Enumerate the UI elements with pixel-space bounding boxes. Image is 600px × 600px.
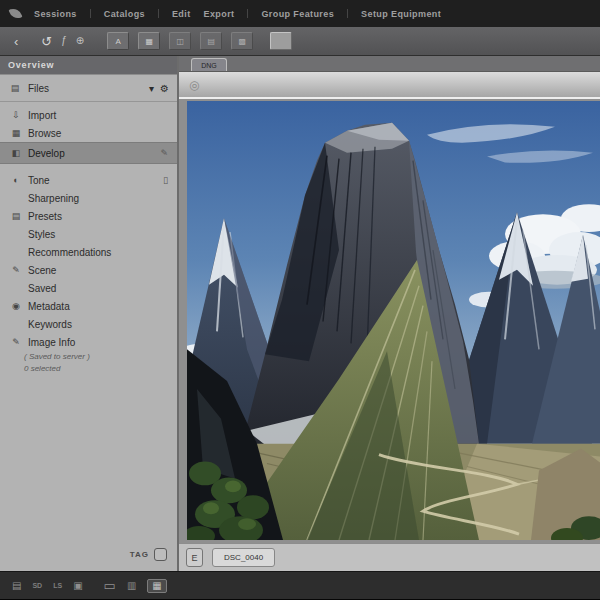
sidebar-item-keywords[interactable]: Keywords	[0, 315, 177, 333]
document-tab[interactable]: DNG	[191, 58, 227, 71]
sidebar-item-label: Import	[28, 110, 56, 121]
sidebar-item-label: Scene	[28, 265, 56, 276]
tone-icon: ◐	[9, 175, 23, 185]
proof-icon[interactable]: E	[186, 548, 203, 567]
exposure-tool-icon[interactable]: ƒ	[61, 36, 67, 46]
clipboard-icon[interactable]: ▯	[163, 175, 177, 185]
filmstrip-icon[interactable]: ▤	[12, 581, 21, 591]
crop-tool-icon[interactable]: ⊕	[76, 36, 84, 46]
menu-catalogs[interactable]: Catalogs	[104, 9, 145, 19]
sidebar-item-saved[interactable]: Saved	[0, 279, 177, 297]
sidebar-item-sharpening[interactable]: Sharpening	[0, 189, 177, 207]
sidebar-item-scene[interactable]: ✎ Scene	[0, 261, 177, 279]
document-tab-strip: DNG	[179, 56, 600, 72]
lens-icon[interactable]: ◎	[189, 78, 199, 92]
grid-toggle-icon[interactable]: ▦	[147, 579, 166, 593]
presets-icon: ▤	[9, 211, 23, 221]
gear-icon[interactable]: ⚙	[160, 83, 169, 94]
sidebar: Overview ▤ Files ▾ ⚙ ⇩ Import ▦ Browse	[0, 56, 179, 571]
menu-bar: Sessions Catalogs Edit Export Group Feat…	[0, 0, 600, 27]
canvas-status-bar: E DSC_0040	[179, 543, 600, 571]
canvas-area: DNG ◎	[179, 56, 600, 571]
undo-icon[interactable]: ↺	[41, 35, 52, 48]
grid-view-button[interactable]: ▦	[138, 32, 160, 50]
menu-divider	[90, 9, 91, 18]
sidebar-item-label: Tone	[28, 175, 50, 186]
ls-indicator[interactable]: LS	[53, 582, 62, 589]
sidebar-item-image-info[interactable]: ✎ Image Info	[0, 333, 177, 351]
edit-pencil-icon[interactable]: ✎	[160, 148, 177, 158]
sidebar-header: Overview	[0, 56, 177, 75]
bottom-toolbar: ▤ SD LS ▣ ▭ ▥ ▦	[0, 571, 600, 599]
pencil-icon: ✎	[9, 265, 23, 275]
sidebar-item-import[interactable]: ⇩ Import	[0, 106, 177, 124]
menu-setup-equipment[interactable]: Setup Equipment	[361, 9, 441, 19]
sidebar-item-label: Metadata	[28, 301, 70, 312]
sidebar-item-metadata[interactable]: ◉ Metadata	[0, 297, 177, 315]
app-logo-icon	[9, 7, 23, 21]
square-tool-icon[interactable]: ▣	[73, 581, 82, 591]
photo-editor-window: Sessions Catalogs Edit Export Group Feat…	[0, 0, 600, 600]
thumbnails-view-button[interactable]: ▩	[231, 32, 253, 50]
canvas-toolbar: ◎	[179, 72, 600, 99]
menu-group-features[interactable]: Group Features	[261, 9, 334, 19]
menu-sessions[interactable]: Sessions	[34, 9, 77, 19]
single-view-button[interactable]	[270, 32, 292, 50]
main-toolbar: ‹ ↺ ƒ ⊕ A ▦ ◫ ▤ ▩	[0, 27, 600, 56]
sidebar-item-recommendations[interactable]: Recommendations	[0, 243, 177, 261]
sidebar-item-label: Saved	[28, 283, 56, 294]
menu-divider	[158, 9, 159, 18]
sidebar-item-label: Keywords	[28, 319, 72, 330]
sidebar-item-label: Develop	[28, 148, 65, 159]
sidebar-item-label: Recommendations	[28, 247, 111, 258]
tag-icon[interactable]	[154, 548, 167, 561]
tag-label: TAG	[130, 550, 149, 559]
sidebar-item-label: Browse	[28, 128, 61, 139]
back-button[interactable]: ‹	[14, 35, 18, 48]
menu-edit[interactable]: Edit	[172, 9, 191, 19]
sidebar-item-browse[interactable]: ▦ Browse	[0, 124, 177, 142]
sidebar-item-label: Image Info	[28, 337, 75, 348]
files-label: Files	[28, 83, 49, 94]
list-view-button[interactable]: ▤	[200, 32, 222, 50]
menu-export[interactable]: Export	[204, 9, 235, 19]
sidebar-item-label: Sharpening	[28, 193, 79, 204]
sidebar-item-tone[interactable]: ◐ Tone ▯	[0, 171, 177, 189]
menu-divider	[247, 9, 248, 18]
metadata-icon: ◉	[9, 301, 23, 311]
sidebar-item-label: Styles	[28, 229, 55, 240]
menu-divider	[347, 9, 348, 18]
sidebar-item-develop[interactable]: ◧ Develop ✎	[0, 142, 177, 164]
image-viewport	[179, 99, 600, 543]
files-source-row[interactable]: ▤ Files ▾ ⚙	[0, 75, 177, 102]
sidebar-item-label: Presets	[28, 211, 62, 222]
sidebar-item-styles[interactable]: Styles	[0, 225, 177, 243]
sidebar-item-presets[interactable]: ▤ Presets	[0, 207, 177, 225]
split-view-button[interactable]: ◫	[169, 32, 191, 50]
sd-indicator[interactable]: SD	[32, 582, 42, 589]
import-icon: ⇩	[9, 110, 23, 120]
sidebar-selection-count: 0 selected	[0, 363, 177, 375]
sidebar-caption: ( Saved to server )	[0, 351, 177, 363]
sidebar-item-list: ⇩ Import ▦ Browse ◧ Develop ✎ ◐ Tone ▯	[0, 102, 177, 375]
folders-icon: ▤	[8, 83, 22, 93]
content-area: Overview ▤ Files ▾ ⚙ ⇩ Import ▦ Browse	[0, 56, 600, 571]
panel-toggle-icon[interactable]: ▭	[104, 579, 116, 592]
pencil-icon: ✎	[9, 337, 23, 347]
tag-row: TAG	[130, 548, 167, 561]
list-toggle-icon[interactable]: ▥	[127, 581, 136, 591]
chevron-down-icon[interactable]: ▾	[149, 83, 154, 94]
mountain-photo	[187, 101, 600, 540]
develop-icon: ◧	[9, 148, 23, 158]
browse-icon: ▦	[9, 128, 23, 138]
filename-button[interactable]: DSC_0040	[212, 548, 275, 567]
text-tool-button[interactable]: A	[107, 32, 129, 50]
